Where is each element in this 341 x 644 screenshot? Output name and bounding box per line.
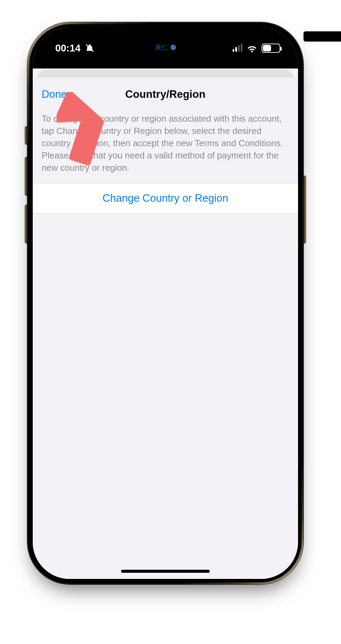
dynamic-island-text: 果仁 (155, 43, 168, 52)
phone-frame: 00:14 48 (27, 22, 303, 584)
dynamic-island: 果仁 (126, 36, 205, 59)
phone-screen: 00:14 48 (33, 28, 298, 579)
description-text: To change the country or region associat… (33, 111, 298, 183)
cellular-signal-icon (233, 44, 242, 52)
page-title: Country/Region (125, 88, 205, 101)
done-button-label: Done (42, 88, 67, 101)
change-country-label: Change Country or Region (103, 192, 228, 204)
silent-mode-icon (85, 44, 94, 52)
done-button[interactable]: Done (42, 77, 67, 111)
nav-bar: Done Country/Region (33, 77, 298, 111)
dynamic-island-avatar-icon (170, 45, 176, 50)
change-country-button[interactable]: Change Country or Region (33, 183, 298, 213)
wifi-icon (247, 44, 257, 52)
status-time: 00:14 (55, 43, 80, 54)
battery-percent: 48 (267, 45, 274, 52)
asset-edge-artifact (303, 31, 341, 42)
home-indicator[interactable] (121, 570, 210, 573)
settings-sheet: Done Country/Region To change the countr… (33, 77, 298, 579)
battery-indicator: 48 (262, 44, 280, 53)
